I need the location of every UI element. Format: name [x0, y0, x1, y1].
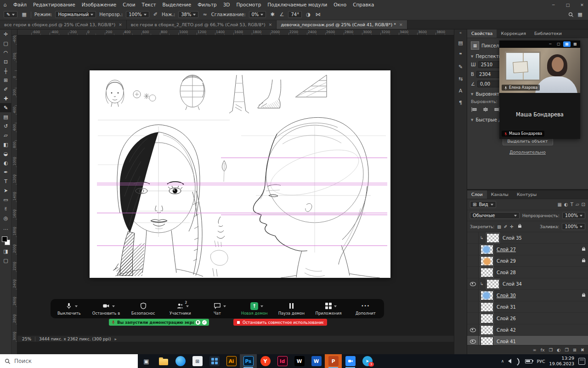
frame-tool[interactable]: ⊞ [0, 75, 11, 85]
smoothing-options-gear-icon[interactable]: ✱ [269, 12, 275, 17]
layer-visibility-toggle[interactable] [467, 244, 479, 255]
lasso-tool[interactable]: ◠ [0, 48, 11, 57]
taskbar-app-telegram[interactable]: ➤3 [359, 354, 376, 368]
layer-thumbnail[interactable] [481, 245, 493, 254]
chevron-up-icon[interactable] [186, 305, 189, 309]
paragraph-panel-icon[interactable]: ¶ [455, 98, 466, 108]
layer-visibility-toggle[interactable] [467, 278, 479, 289]
layer-visibility-toggle[interactable] [467, 255, 479, 266]
layer-filter-select[interactable]: ⊞ Вид [470, 201, 496, 208]
zoom-tool[interactable]: ◎ [0, 213, 11, 223]
taskbar-app-yandex-browser[interactable]: Y [257, 354, 274, 368]
close-button[interactable]: ✕ [576, 0, 588, 10]
healing-brush-tool[interactable]: ✚ [0, 94, 11, 103]
brushes-panel-icon[interactable]: ✎ [455, 62, 466, 72]
layer-name[interactable]: Слой 30 [497, 293, 580, 298]
remote-video-tile[interactable]: Елена Азарова [499, 48, 580, 93]
character-panel-icon[interactable]: A [455, 86, 466, 96]
marquee-tool[interactable]: ▢ [0, 39, 11, 48]
close-tab-icon[interactable]: ✕ [269, 23, 272, 27]
expand-panels-icon[interactable]: « [459, 30, 462, 36]
taskbar-app-wacom[interactable]: W [291, 354, 308, 368]
menu-item[interactable]: Файл [10, 0, 30, 9]
chevron-up-icon[interactable] [112, 305, 115, 309]
layer-visibility-toggle[interactable] [467, 232, 479, 243]
layer-visibility-toggle[interactable] [467, 267, 479, 278]
layer-name[interactable]: Слой 35 [503, 236, 585, 241]
airbrush-icon[interactable]: ≈ [202, 12, 208, 17]
search-icon[interactable] [568, 12, 574, 17]
link-layers-icon[interactable]: ∞ [533, 347, 537, 352]
delete-layer-icon[interactable]: ✖ [581, 347, 584, 352]
zoom-chat-button[interactable]: Чат [199, 299, 236, 318]
taskbar-app-photoshop[interactable]: Ps [240, 354, 257, 368]
horizontal-ruler[interactable]: -600-400-2000200400600800100012001400160… [17, 29, 454, 35]
layer-name[interactable]: Слой 31 [497, 305, 585, 310]
volume-icon[interactable] [508, 359, 511, 363]
taskbar-app-word[interactable]: W [308, 354, 325, 368]
layer-thumbnail[interactable] [481, 302, 493, 312]
filter-adjustment-icon[interactable]: ◐ [564, 202, 568, 207]
brush-tool[interactable]: ✎ [0, 103, 11, 112]
crop-tool[interactable]: ┼ [0, 66, 11, 75]
filter-pixel-icon[interactable]: ▦ [558, 202, 562, 207]
screen-mode-button[interactable]: ▢ [0, 256, 11, 265]
tray-expand-icon[interactable]: ∧ [501, 359, 504, 363]
clone-stamp-tool[interactable]: ▤ [0, 112, 11, 121]
layer-row[interactable]: Слой 27 [467, 244, 588, 255]
opacity-select[interactable]: 100% [126, 11, 149, 18]
taskbar-app-edge-browser[interactable] [172, 354, 189, 368]
layer-mask-icon[interactable]: ❒ [549, 347, 553, 352]
layer-row[interactable]: Слой 31 [467, 301, 588, 313]
menu-item[interactable]: Текст [138, 0, 159, 9]
layer-thumbnail[interactable] [481, 337, 493, 345]
zoom-shield-button[interactable]: Безопаснос [124, 299, 162, 318]
blur-tool[interactable]: ◒ [0, 149, 11, 158]
brush-settings-toggle-icon[interactable]: ▦ [21, 12, 27, 17]
gradient-tool[interactable]: ◧ [0, 140, 11, 149]
status-chevron-icon[interactable]: ▸ [114, 337, 117, 341]
symmetry-icon[interactable]: ⋈ [315, 12, 322, 17]
menu-item[interactable]: Редактирование [30, 0, 79, 9]
layer-name[interactable]: Слой 42 [497, 328, 585, 333]
quick-mask-button[interactable]: ◨ [0, 247, 11, 256]
pressure-opacity-icon[interactable]: ✐ [153, 12, 158, 17]
history-brush-tool[interactable]: ↺ [0, 121, 11, 131]
edit-toolbar-button[interactable]: ⋯ [0, 224, 11, 234]
notification-center-icon[interactable] [578, 358, 585, 365]
tab-Свойства[interactable]: Свойства [467, 29, 497, 38]
layer-row[interactable]: Слой 30 [467, 290, 588, 301]
layer-opacity-select[interactable]: 100% [562, 212, 586, 219]
taskbar-app-store[interactable]: ⊞ [189, 354, 206, 368]
new-layer-icon[interactable]: ⊞ [573, 347, 577, 352]
swap-panel-icon[interactable]: ⇆ [455, 74, 466, 84]
menu-item[interactable]: Изображение [79, 0, 120, 9]
zoom-level-field[interactable]: 25% [22, 337, 31, 341]
pause-share-icon[interactable] [196, 320, 200, 325]
layer-effects-icon[interactable]: fx [541, 347, 545, 352]
lock-position-icon[interactable]: ✛ [510, 224, 514, 229]
minimize-video-icon[interactable]: ─ [547, 41, 554, 47]
document-viewport[interactable] [17, 35, 454, 335]
smoothing-select[interactable]: 0% [249, 11, 266, 18]
layer-thumbnail[interactable] [486, 233, 499, 243]
blend-mode-select[interactable]: Нормальный [55, 11, 96, 18]
stop-share-button[interactable]: Остановить совместное использование [233, 319, 327, 326]
layer-thumbnail[interactable] [481, 268, 493, 277]
fill-select[interactable]: 100% [562, 223, 585, 230]
layer-visibility-toggle[interactable] [467, 324, 479, 335]
hand-tool[interactable]: ✌ [0, 204, 11, 213]
tool-preset-picker[interactable]: ✎ [4, 11, 17, 18]
color-swatches[interactable] [0, 236, 11, 247]
layer-row[interactable]: Слой 29 [467, 255, 588, 267]
layer-name[interactable]: Слой 29 [497, 259, 580, 264]
layer-thumbnail[interactable] [481, 325, 493, 335]
brush-angle-input[interactable]: 74° [288, 11, 302, 18]
adjustment-layer-icon[interactable]: ◐ [557, 347, 560, 352]
layer-visibility-toggle[interactable] [467, 313, 479, 324]
taskbar-app-illustrator[interactable]: Ai [223, 354, 240, 368]
close-tab-icon[interactable]: ✕ [399, 23, 403, 27]
pressure-size-icon[interactable]: ◑ [305, 12, 311, 17]
layer-blend-mode-select[interactable]: Обычные [470, 212, 520, 219]
type-tool[interactable]: T [0, 177, 11, 186]
